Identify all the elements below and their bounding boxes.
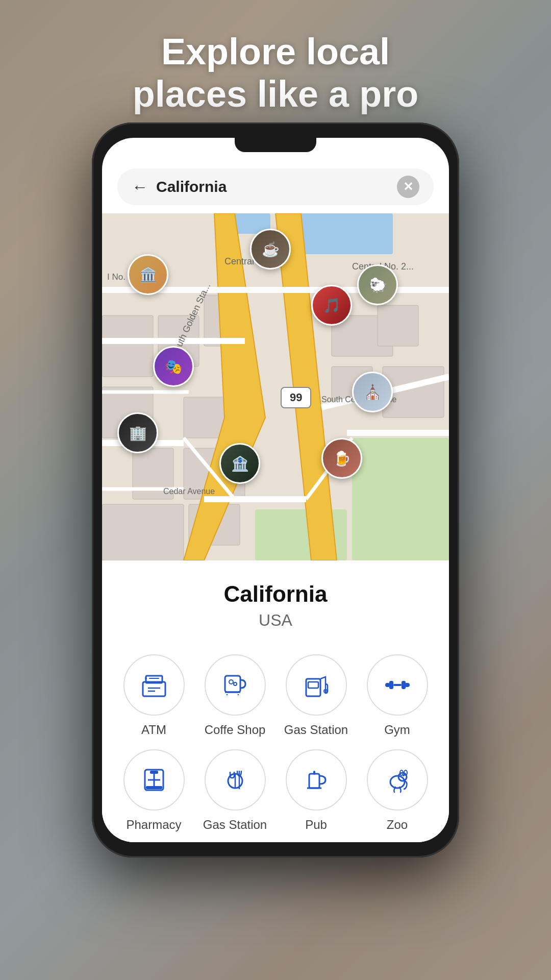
gym-icon-circle	[367, 654, 428, 716]
category-gas[interactable]: Gas Station	[280, 654, 353, 737]
svg-point-45	[234, 682, 237, 685]
hero-line1: Explore local	[0, 31, 551, 73]
gas-icon	[303, 672, 330, 698]
map-view[interactable]: South Golden Sta... Central No. 23 Centr…	[102, 213, 449, 560]
highway-badge: 99	[281, 387, 311, 408]
svg-rect-11	[378, 305, 418, 346]
category-coffee[interactable]: Coffe Shop	[198, 654, 271, 737]
svg-rect-66	[313, 771, 315, 775]
svg-rect-55	[393, 684, 402, 686]
gym-icon	[384, 672, 411, 698]
zoo-label: Zoo	[387, 818, 408, 832]
svg-rect-60	[150, 771, 158, 774]
svg-rect-54	[402, 681, 406, 689]
pharmacy-icon-circle	[123, 749, 185, 811]
pub-icon	[303, 767, 330, 793]
map-pin-6[interactable]: ⛪	[352, 372, 393, 412]
svg-rect-16	[102, 504, 184, 560]
pub-icon-circle	[286, 749, 347, 811]
atm-icon	[141, 672, 167, 698]
svg-point-44	[229, 680, 233, 684]
hero-line2: places like a pro	[0, 73, 551, 115]
gas2-label: Gas Station	[203, 818, 267, 832]
category-pharmacy[interactable]: Pharmacy	[117, 749, 190, 832]
category-gym[interactable]: Gym	[361, 654, 434, 737]
map-pin-5[interactable]: 🎭	[153, 346, 194, 387]
location-country: USA	[117, 611, 434, 630]
phone-screen: ← California ✕	[102, 138, 449, 842]
svg-rect-49	[308, 682, 318, 688]
map-pin-2[interactable]: ☕	[250, 229, 291, 270]
map-pin-8[interactable]: 🍺	[321, 438, 362, 479]
clear-search-button[interactable]: ✕	[397, 176, 419, 198]
map-pin-7[interactable]: 🏦	[219, 443, 260, 484]
phone-notch	[235, 138, 316, 152]
pharmacy-icon	[141, 767, 167, 793]
restaurant-icon	[222, 767, 248, 793]
category-atm[interactable]: ATM	[117, 654, 190, 737]
category-zoo[interactable]: Zoo	[361, 749, 434, 832]
map-pin-9[interactable]: 🏢	[117, 412, 158, 453]
category-pub[interactable]: Pub	[280, 749, 353, 832]
search-bar: ← California ✕	[117, 168, 434, 205]
map-pin-4[interactable]: 🐑	[357, 264, 398, 305]
pub-label: Pub	[305, 818, 327, 832]
atm-label: ATM	[141, 723, 166, 737]
map-pin-3[interactable]: 🎵	[311, 285, 352, 326]
svg-rect-12	[102, 315, 153, 377]
gas-label: Gas Station	[284, 723, 348, 737]
gas2-icon-circle	[205, 749, 266, 811]
svg-rect-64	[309, 774, 319, 788]
phone-frame: ← California ✕	[92, 122, 459, 857]
back-button[interactable]: ←	[132, 178, 148, 197]
category-gas2[interactable]: Gas Station	[198, 749, 271, 832]
coffee-label: Coffe Shop	[205, 723, 266, 737]
coffee-icon-circle	[205, 654, 266, 716]
svg-rect-59	[146, 786, 162, 789]
svg-point-41	[145, 677, 147, 679]
coffee-icon	[222, 672, 248, 698]
location-city: California	[117, 581, 434, 608]
info-panel: California USA ATM	[102, 560, 449, 842]
search-query[interactable]: California	[156, 178, 389, 195]
map-pin-1[interactable]: 🏛️	[128, 254, 168, 295]
zoo-icon	[384, 767, 411, 793]
pharmacy-label: Pharmacy	[126, 818, 181, 832]
category-grid: ATM Coffe	[117, 654, 434, 832]
atm-icon-circle	[123, 654, 185, 716]
svg-rect-1	[301, 213, 393, 254]
gas-icon-circle	[286, 654, 347, 716]
svg-rect-40	[149, 678, 159, 679]
svg-text:Cedar Avenue: Cedar Avenue	[163, 487, 215, 496]
zoo-icon-circle	[367, 749, 428, 811]
svg-rect-53	[389, 681, 393, 689]
svg-rect-3	[352, 438, 449, 560]
svg-rect-36	[143, 682, 165, 696]
gym-label: Gym	[384, 723, 410, 737]
svg-point-67	[390, 776, 405, 788]
hero-text: Explore local places like a pro	[0, 31, 551, 115]
